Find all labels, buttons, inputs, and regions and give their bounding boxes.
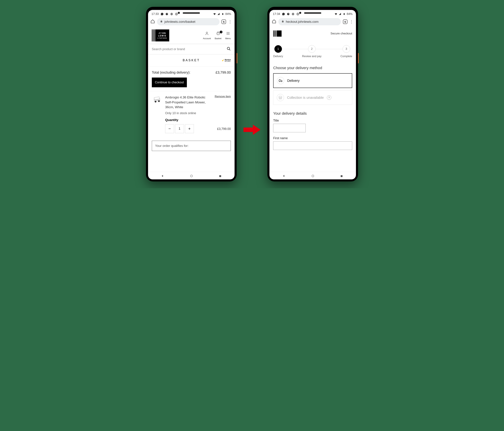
- chrome-icon: [296, 12, 299, 16]
- signal-icon: [339, 12, 342, 16]
- logo-line-2: LEWIS: [158, 35, 166, 37]
- step-review[interactable]: 2 Review and pay: [302, 45, 322, 58]
- brand-logo-small[interactable]: [273, 30, 282, 37]
- power-button: [237, 53, 237, 63]
- quantity-decrease-button[interactable]: −: [165, 124, 174, 133]
- browser-toolbar: heckout.johnlewis.com 5 ⋮: [270, 17, 356, 27]
- tabs-button[interactable]: 5: [343, 19, 347, 24]
- overflow-menu-icon[interactable]: ⋮: [228, 19, 232, 24]
- status-bar: 17:33: [148, 10, 234, 17]
- android-nav-bar: [148, 172, 234, 179]
- screen-left: 17:33: [148, 10, 234, 179]
- clock: 17:34: [273, 12, 280, 16]
- svg-point-2: [175, 13, 178, 15]
- home-nav-icon[interactable]: [311, 174, 315, 178]
- svg-rect-14: [219, 175, 221, 177]
- continue-checkout-button[interactable]: Continue to checkout: [152, 77, 187, 87]
- svg-rect-5: [222, 13, 223, 14]
- title-input[interactable]: [273, 124, 306, 132]
- recents-icon[interactable]: [219, 174, 222, 178]
- total-value: £3,799.00: [216, 71, 231, 75]
- step-complete[interactable]: 3 Complete: [341, 45, 352, 58]
- svg-point-7: [206, 32, 207, 33]
- whatsapp-icon: [161, 12, 164, 16]
- tab-count: 5: [344, 20, 346, 23]
- tabs-button[interactable]: 5: [222, 19, 226, 24]
- truck-icon: [277, 77, 284, 84]
- menu-label: Menu: [225, 37, 231, 40]
- store-icon: [277, 94, 284, 101]
- quantity-increase-button[interactable]: +: [185, 124, 194, 133]
- svg-point-25: [312, 175, 314, 177]
- firstname-input[interactable]: [273, 141, 352, 150]
- svg-rect-21: [282, 21, 283, 22]
- screen-right: 17:34 84% heckout.johnlewis.com 5 ⋮: [270, 10, 356, 179]
- secure-checkout-label: Secure checkout: [331, 32, 352, 35]
- account-label: Account: [203, 37, 211, 40]
- android-nav-bar: [270, 172, 356, 179]
- checkout-steps: 1 Delivery 2 Review and pay 3 Complete: [270, 40, 356, 62]
- svg-point-24: [281, 81, 282, 82]
- url-text: heckout.johnlewis.com: [286, 20, 318, 24]
- svg-rect-26: [341, 175, 343, 177]
- phone-left: 17:33: [146, 7, 237, 181]
- svg-point-8: [227, 47, 230, 50]
- help-icon[interactable]: ?: [327, 95, 331, 100]
- basket-header: BASKET ✔ Norton SECURED: [148, 55, 234, 66]
- address-bar[interactable]: johnlewis.com/basket: [157, 18, 219, 25]
- choose-method-heading: Choose your delivery method: [270, 62, 356, 73]
- wifi-icon: [213, 12, 216, 16]
- hamburger-icon: [226, 31, 230, 37]
- basket-badge: 1: [220, 31, 222, 33]
- address-bar[interactable]: heckout.johnlewis.com: [278, 18, 341, 25]
- home-icon[interactable]: [272, 19, 276, 24]
- svg-rect-4: [222, 13, 223, 15]
- url-text: johnlewis.com/basket: [164, 20, 195, 24]
- battery-icon: [343, 12, 346, 16]
- svg-rect-20: [344, 13, 344, 14]
- collection-option: Collection is unavailable ?: [273, 90, 352, 105]
- menu-button[interactable]: Menu: [225, 31, 231, 40]
- wifi-icon: [334, 12, 337, 16]
- vpn-icon: [291, 12, 295, 16]
- basket-item: Remove item Ambrogio 4.36 Elite Robotic …: [148, 91, 234, 137]
- chrome-icon: [175, 12, 178, 16]
- title-label: Title: [270, 119, 356, 124]
- account-link[interactable]: Account: [203, 31, 211, 40]
- svg-point-13: [190, 175, 192, 177]
- basket-label: Basket: [215, 37, 222, 40]
- logo-line-3: & PARTNERS: [158, 37, 167, 39]
- firstname-label: First name: [270, 136, 356, 141]
- delivery-option-label: Delivery: [287, 79, 299, 83]
- phone-right: 17:34 84% heckout.johnlewis.com 5 ⋮: [267, 7, 358, 181]
- overflow-menu-icon[interactable]: ⋮: [350, 19, 353, 24]
- lock-icon: [281, 20, 284, 24]
- search-icon[interactable]: [227, 47, 231, 52]
- battery-percent: 84%: [347, 12, 352, 16]
- collection-option-label: Collection is unavailable: [287, 96, 324, 100]
- home-nav-icon[interactable]: [190, 174, 193, 178]
- back-icon[interactable]: [282, 174, 286, 178]
- norton-sub: SECURED: [225, 61, 231, 62]
- step-delivery[interactable]: 1 Delivery: [273, 45, 283, 58]
- remove-item-link[interactable]: Remove item: [215, 95, 231, 98]
- home-icon[interactable]: [151, 19, 155, 24]
- recents-icon[interactable]: [340, 174, 343, 178]
- search-bar: [148, 44, 234, 55]
- brand-logo[interactable]: J♡HN LEWIS & PARTNERS: [152, 29, 169, 41]
- battery-icon: [221, 12, 224, 16]
- product-image: [151, 94, 162, 104]
- basket-link[interactable]: 1 Basket: [215, 31, 222, 40]
- step-1-label: Delivery: [273, 55, 283, 58]
- browser-toolbar: johnlewis.com/basket 5 ⋮: [148, 17, 234, 27]
- delivery-option[interactable]: Delivery: [273, 73, 352, 88]
- back-icon[interactable]: [161, 174, 164, 178]
- battery-percent: 84%: [225, 12, 231, 16]
- search-input[interactable]: [152, 47, 225, 51]
- stock-status: Only 10 in stock online: [165, 112, 231, 115]
- checkout-header: Secure checkout: [270, 27, 356, 40]
- norton-badge: ✔ Norton SECURED: [222, 58, 231, 62]
- site-header: J♡HN LEWIS & PARTNERS Account 1: [148, 27, 234, 44]
- svg-point-17: [297, 13, 299, 15]
- total-row: Total (excluding delivery): £3,799.00: [148, 66, 234, 77]
